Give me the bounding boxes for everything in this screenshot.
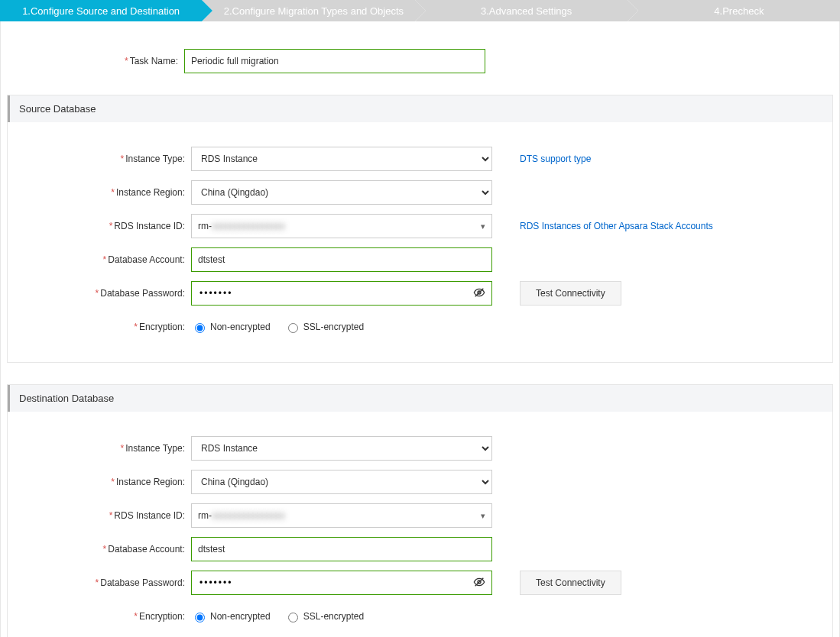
row-source-db-password: *Database Password: Test Connectivity	[8, 281, 832, 306]
form-content: *Task Name: Source Database *Instance Ty…	[0, 21, 840, 637]
source-encryption-radios: Non-encrypted SSL-encrypted	[191, 315, 364, 339]
row-dest-encryption: *Encryption: Non-encrypted SSL-encrypted	[8, 604, 832, 629]
destination-encryption-non[interactable]: Non-encrypted	[191, 610, 271, 622]
radio-non-encrypted[interactable]	[195, 613, 205, 622]
source-database-account-input[interactable]	[191, 247, 492, 272]
radio-label-ssl: SSL-encrypted	[303, 611, 364, 622]
row-task-name: *Task Name:	[1, 49, 839, 73]
destination-database-account-input[interactable]	[191, 537, 492, 561]
chevron-down-icon: ▾	[481, 511, 485, 521]
section-source-database: Source Database *Instance Type: RDS Inst…	[7, 95, 833, 363]
label-source-instance-type: *Instance Type:	[8, 154, 191, 164]
row-source-instance-type: *Instance Type: RDS Instance DTS support…	[8, 147, 832, 171]
masked-text: xxxxxxxxxxxxxxxx	[212, 221, 285, 231]
destination-encryption-radios: Non-encrypted SSL-encrypted	[191, 604, 364, 629]
wizard-steps: 1.Configure Source and Destination 2.Con…	[0, 0, 840, 21]
task-name-input[interactable]	[184, 49, 485, 73]
radio-ssl-encrypted[interactable]	[288, 613, 298, 622]
chevron-down-icon: ▾	[481, 221, 485, 231]
section-header-source: Source Database	[8, 95, 832, 122]
source-encryption-ssl[interactable]: SSL-encrypted	[284, 321, 364, 333]
wizard-step-3[interactable]: 3.Advanced Settings	[426, 0, 628, 21]
destination-instance-type-select[interactable]: RDS Instance	[191, 436, 492, 461]
label-dest-encryption: *Encryption:	[8, 611, 191, 622]
eye-icon[interactable]	[473, 576, 485, 590]
row-source-rds-id: *RDS Instance ID: rm-xxxxxxxxxxxxxxxx ▾ …	[8, 214, 832, 238]
row-source-encryption: *Encryption: Non-encrypted SSL-encrypted	[8, 315, 832, 339]
link-other-apsara-accounts[interactable]: RDS Instances of Other Apsara Stack Acco…	[520, 221, 713, 231]
eye-icon[interactable]	[473, 286, 485, 301]
section-destination-database: Destination Database *Instance Type: RDS…	[7, 384, 833, 637]
destination-rds-instance-id-dropdown[interactable]: rm-xxxxxxxxxxxxxxxx ▾	[191, 503, 492, 528]
masked-text: xxxxxxxxxxxxxxxx	[212, 510, 285, 521]
section-header-destination: Destination Database	[8, 385, 832, 412]
label-dest-db-password: *Database Password:	[8, 577, 191, 588]
radio-label-ssl: SSL-encrypted	[303, 322, 364, 332]
link-dts-support-type[interactable]: DTS support type	[520, 154, 591, 164]
destination-test-connectivity-button[interactable]: Test Connectivity	[520, 571, 621, 595]
radio-label-non: Non-encrypted	[210, 611, 271, 622]
label-task-name: *Task Name:	[1, 56, 184, 66]
destination-password-wrapper	[191, 571, 492, 595]
radio-non-encrypted[interactable]	[195, 323, 205, 333]
source-encryption-non[interactable]: Non-encrypted	[191, 321, 271, 333]
row-dest-rds-id: *RDS Instance ID: rm-xxxxxxxxxxxxxxxx ▾	[8, 503, 832, 528]
wizard-step-2[interactable]: 2.Configure Migration Types and Objects	[212, 0, 414, 21]
row-dest-instance-type: *Instance Type: RDS Instance	[8, 436, 832, 461]
wizard-step-4[interactable]: 4.Precheck	[638, 0, 840, 21]
label-dest-instance-type: *Instance Type:	[8, 443, 191, 454]
source-password-wrapper	[191, 281, 492, 306]
row-dest-db-password: *Database Password: Test Connectivity	[8, 571, 832, 595]
row-source-db-account: *Database Account:	[8, 247, 832, 272]
label-dest-db-account: *Database Account:	[8, 544, 191, 555]
source-instance-region-select[interactable]: China (Qingdao)	[191, 180, 492, 205]
destination-encryption-ssl[interactable]: SSL-encrypted	[284, 610, 364, 622]
label-source-encryption: *Encryption:	[8, 322, 191, 332]
label-dest-instance-region: *Instance Region:	[8, 477, 191, 487]
row-dest-db-account: *Database Account:	[8, 537, 832, 561]
destination-instance-region-select[interactable]: China (Qingdao)	[191, 470, 492, 494]
row-dest-instance-region: *Instance Region: China (Qingdao)	[8, 470, 832, 494]
label-source-rds-id: *RDS Instance ID:	[8, 221, 191, 231]
wizard-step-1[interactable]: 1.Configure Source and Destination	[0, 0, 202, 21]
source-database-password-input[interactable]	[198, 287, 473, 299]
label-source-instance-region: *Instance Region:	[8, 187, 191, 198]
source-instance-type-select[interactable]: RDS Instance	[191, 147, 492, 171]
radio-ssl-encrypted[interactable]	[288, 323, 298, 333]
source-test-connectivity-button[interactable]: Test Connectivity	[520, 281, 621, 306]
label-dest-rds-id: *RDS Instance ID:	[8, 510, 191, 521]
row-source-instance-region: *Instance Region: China (Qingdao)	[8, 180, 832, 205]
label-source-db-password: *Database Password:	[8, 288, 191, 299]
label-source-db-account: *Database Account:	[8, 254, 191, 265]
source-rds-instance-id-dropdown[interactable]: rm-xxxxxxxxxxxxxxxx ▾	[191, 214, 492, 238]
destination-database-password-input[interactable]	[198, 577, 473, 589]
radio-label-non: Non-encrypted	[210, 322, 271, 332]
